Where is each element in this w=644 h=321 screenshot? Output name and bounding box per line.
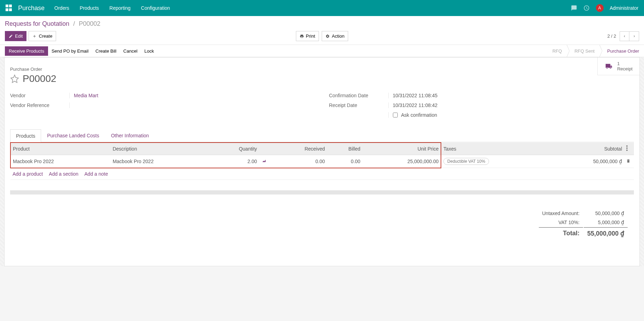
step-arrow	[599, 45, 602, 57]
chevron-left-icon	[623, 34, 626, 39]
cell-billed[interactable]: 0.00	[327, 155, 363, 168]
cancel-button[interactable]: Cancel	[120, 47, 141, 55]
cell-unit-price[interactable]: 25,000,000.00	[363, 155, 441, 168]
receipt-label: Receipt	[617, 66, 633, 71]
clock-icon[interactable]	[583, 5, 590, 11]
step-rfq-sent[interactable]: RFQ Sent	[569, 45, 599, 57]
th-received[interactable]: Received	[273, 143, 327, 155]
record-name: P00002	[23, 73, 56, 84]
breadcrumb-parent[interactable]: Requests for Quotation	[5, 20, 69, 27]
cell-description[interactable]: Macbook Pro 2022	[110, 155, 210, 168]
control-panel: Requests for Quotation / P00002 Edit Cre…	[0, 16, 644, 45]
th-subtotal[interactable]: Subtotal	[551, 143, 624, 155]
truck-icon	[605, 63, 613, 70]
nav-configuration[interactable]: Configuration	[141, 5, 170, 11]
receipt-stat-button[interactable]: 1 Receipt	[597, 58, 639, 75]
step-rfq[interactable]: RFQ	[548, 45, 567, 57]
totals: Untaxed Amount: 50,000,000 ₫ VAT 10%: 5,…	[10, 208, 634, 246]
action-button[interactable]: Action	[322, 31, 348, 41]
edit-button[interactable]: Edit	[5, 31, 26, 41]
confirm-date-value: 10/31/2022 11:08:45	[388, 93, 634, 98]
pencil-icon	[9, 34, 13, 38]
kebab-icon	[626, 145, 628, 151]
print-label: Print	[306, 33, 315, 39]
step-arrow	[567, 45, 569, 57]
add-product-link[interactable]: Add a product	[13, 171, 43, 177]
total-label: Total:	[539, 227, 583, 239]
tax-tag: Deductible VAT 10%	[443, 158, 489, 165]
nav-links: Orders Products Reporting Configuration	[54, 5, 170, 11]
action-label: Action	[332, 33, 344, 39]
breadcrumb: Requests for Quotation / P00002	[5, 20, 639, 28]
send-po-button[interactable]: Send PO by Email	[48, 47, 92, 55]
chart-icon[interactable]	[261, 159, 267, 163]
th-unit-price[interactable]: Unit Price	[363, 143, 441, 155]
plus-icon	[32, 34, 37, 38]
receipt-date-value: 10/31/2022 11:08:42	[388, 102, 634, 108]
svg-point-0	[626, 145, 628, 147]
tab-other-info[interactable]: Other Information	[105, 129, 155, 142]
vat-label: VAT 10%:	[539, 218, 583, 227]
th-taxes[interactable]: Taxes	[441, 143, 551, 155]
th-product[interactable]: Product	[10, 143, 110, 155]
statusbar: Receive Products Send PO by Email Create…	[0, 45, 644, 57]
step-purchase-order[interactable]: Purchase Order	[602, 45, 644, 57]
untaxed-value: 50,000,000 ₫	[584, 209, 628, 217]
nav-orders[interactable]: Orders	[54, 5, 69, 11]
create-label: Create	[39, 33, 52, 39]
form-sheet: 1 Receipt Purchase Order P00002 Vendor M…	[4, 57, 640, 266]
top-nav: Purchase Orders Products Reporting Confi…	[0, 0, 644, 16]
edit-label: Edit	[15, 33, 23, 39]
vendor-link[interactable]: Media Mart	[74, 93, 98, 98]
chevron-right-icon	[633, 34, 636, 39]
cell-quantity[interactable]: 2.00	[210, 155, 259, 168]
print-icon	[300, 34, 304, 38]
avatar[interactable]: A	[596, 4, 604, 12]
tab-landed-costs[interactable]: Purchase Landed Costs	[41, 129, 105, 142]
print-button[interactable]: Print	[296, 31, 319, 41]
vat-value: 5,000,000 ₫	[584, 218, 628, 227]
total-value: 55,000,000 ₫	[584, 227, 628, 239]
app-brand[interactable]: Purchase	[18, 5, 45, 12]
vendor-ref-value	[69, 102, 315, 108]
cell-taxes[interactable]: Deductible VAT 10%	[441, 155, 551, 168]
receive-products-button[interactable]: Receive Products	[5, 46, 48, 56]
th-description[interactable]: Description	[110, 143, 210, 155]
star-icon[interactable]	[10, 74, 19, 83]
nav-reporting[interactable]: Reporting	[109, 5, 131, 11]
th-billed[interactable]: Billed	[327, 143, 363, 155]
table-row[interactable]: Macbook Pro 2022 Macbook Pro 2022 2.00 0…	[10, 155, 634, 168]
vendor-ref-label: Vendor Reference	[10, 102, 69, 108]
create-button[interactable]: Create	[29, 31, 56, 41]
nav-products[interactable]: Products	[80, 5, 99, 11]
add-note-link[interactable]: Add a note	[84, 171, 108, 177]
chat-icon[interactable]	[571, 5, 577, 11]
ask-confirmation-label: Ask confirmation	[401, 112, 437, 118]
trash-icon[interactable]	[626, 159, 630, 163]
vendor-label: Vendor	[10, 93, 69, 98]
lock-button[interactable]: Lock	[141, 47, 157, 55]
pager-text[interactable]: 2 / 2	[607, 33, 616, 39]
receipt-date-label: Receipt Date	[329, 102, 388, 108]
create-bill-button[interactable]: Create Bill	[92, 47, 120, 55]
record-type-label: Purchase Order	[10, 67, 634, 72]
svg-point-2	[626, 150, 628, 151]
add-section-link[interactable]: Add a section	[49, 171, 78, 177]
svg-point-1	[626, 147, 628, 149]
cell-received[interactable]: 0.00	[273, 155, 327, 168]
confirm-date-label: Confirmation Date	[329, 93, 388, 98]
tabs: Products Purchase Landed Costs Other Inf…	[10, 129, 634, 142]
user-name[interactable]: Administrator	[610, 5, 638, 11]
ask-confirmation-checkbox[interactable]	[393, 113, 398, 117]
th-quantity[interactable]: Quantity	[210, 143, 259, 155]
cell-product[interactable]: Macbook Pro 2022	[10, 155, 110, 168]
pager-next[interactable]	[629, 31, 639, 41]
separator	[10, 190, 634, 194]
apps-icon[interactable]	[6, 5, 13, 12]
breadcrumb-current: P00002	[79, 20, 100, 27]
pager-prev[interactable]	[620, 31, 629, 41]
cell-subtotal[interactable]: 50,000,000 ₫	[551, 155, 624, 168]
order-lines-table: Product Description Quantity Received Bi…	[10, 142, 634, 180]
th-menu[interactable]	[624, 143, 634, 155]
tab-products[interactable]: Products	[10, 129, 41, 142]
